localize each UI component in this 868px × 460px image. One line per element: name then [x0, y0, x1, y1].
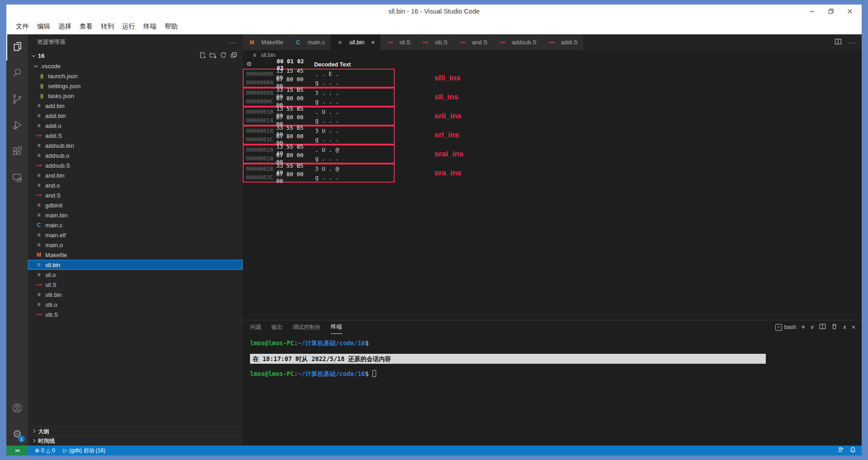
- timeline-section[interactable]: 时间线: [28, 436, 243, 446]
- file-row-and.S[interactable]: ASMand.S: [28, 190, 243, 200]
- feedback-icon[interactable]: [837, 446, 844, 455]
- file-row-tasks.json[interactable]: {}tasks.json: [28, 91, 243, 101]
- activity-extensions[interactable]: [6, 139, 28, 165]
- split-editor-button[interactable]: [835, 38, 842, 47]
- file-row-slti.bin[interactable]: ≡slti.bin: [28, 290, 243, 300]
- activity-settings[interactable]: ⚙ 1: [6, 422, 28, 446]
- outline-section[interactable]: 大纲: [28, 427, 243, 436]
- maximize-panel-button[interactable]: ∧: [843, 324, 847, 330]
- activity-accounts[interactable]: [6, 396, 28, 422]
- activity-remote-explorer[interactable]: [6, 165, 28, 192]
- file-row-main.c[interactable]: Cmain.c: [28, 220, 243, 230]
- hex-settings-gear-icon[interactable]: ⚙: [246, 61, 252, 67]
- panel-tab-终端[interactable]: 终端: [331, 320, 342, 334]
- title-bar: sll.bin - 16 - Visual Studio Code: [6, 5, 862, 18]
- close-tab-button[interactable]: ×: [371, 39, 375, 46]
- file-row-launch.json[interactable]: {}launch.json: [28, 71, 243, 81]
- hex-highlight-box: 0000002833 55 B5 403 U . @0000002C67 80 …: [243, 164, 395, 183]
- new-folder-button[interactable]: [209, 52, 217, 60]
- hex-row[interactable]: 0000002467 80 00 00g . . .: [244, 154, 394, 163]
- panel-tab-问题[interactable]: 问题: [250, 320, 261, 334]
- file-row-sll.bin[interactable]: ≡sll.bin: [28, 260, 243, 270]
- file-row-.vscode[interactable]: .vscode: [28, 61, 243, 71]
- menu-item[interactable]: 编辑: [33, 20, 54, 33]
- file-row-addsub.bin[interactable]: ≡addsub.bin: [28, 141, 243, 150]
- menu-item[interactable]: 终端: [139, 20, 160, 33]
- file-row-and.bin[interactable]: ≡and.bin: [28, 170, 243, 180]
- hex-row[interactable]: 0000001467 80 00 00g . . .: [244, 116, 394, 125]
- file-row-addsub.S[interactable]: ASMaddsub.S: [28, 160, 243, 170]
- close-button[interactable]: [846, 8, 854, 15]
- more-actions-button[interactable]: ···: [847, 38, 855, 46]
- menu-item[interactable]: 帮助: [160, 20, 182, 33]
- activity-explorer[interactable]: [6, 34, 28, 61]
- collapse-all-button[interactable]: [230, 52, 237, 60]
- file-row-gdbinit[interactable]: ≡gdbinit: [28, 200, 243, 210]
- close-panel-button[interactable]: ×: [852, 324, 855, 331]
- window-controls: [808, 5, 857, 18]
- activity-run-debug[interactable]: [6, 113, 28, 139]
- bin-file-icon: ≡: [35, 152, 42, 159]
- split-terminal-button[interactable]: [819, 323, 826, 332]
- file-row-addi.bin[interactable]: ≡addi.bin: [28, 111, 243, 121]
- notifications-bell-icon[interactable]: [849, 446, 856, 455]
- breadcrumb[interactable]: ≡ sll.bin: [243, 50, 862, 60]
- menu-item[interactable]: 转到: [97, 20, 118, 33]
- shell-selector[interactable]: > bash: [775, 324, 796, 331]
- debug-status[interactable]: ▷ (gdb) 启动 (16): [62, 446, 107, 455]
- menu-item[interactable]: 运行: [118, 20, 139, 33]
- file-row-addsub.o[interactable]: ≡addsub.o: [28, 150, 243, 160]
- minimize-button[interactable]: [808, 8, 816, 15]
- file-row-add.bin[interactable]: ≡add.bin: [28, 101, 243, 111]
- tab-slti.S[interactable]: ASMslti.S: [416, 34, 453, 50]
- menu-item[interactable]: 选择: [54, 20, 75, 33]
- file-row-slti.o[interactable]: ≡slti.o: [28, 300, 243, 310]
- kill-terminal-button[interactable]: [831, 323, 838, 332]
- file-row-main.o[interactable]: ≡main.o: [28, 240, 243, 250]
- file-row-sll.S[interactable]: ASMsll.S: [28, 280, 243, 290]
- remote-indicator[interactable]: ><: [6, 446, 28, 455]
- activity-source-control[interactable]: [6, 87, 28, 113]
- hex-row[interactable]: 0000001C67 80 00 00g . . .: [244, 135, 394, 144]
- terminal[interactable]: lmos@lmos-PC:~/计算机基础/code/16$ 在 18:17:07…: [243, 334, 862, 446]
- file-row-main.elf[interactable]: ≡main.elf: [28, 230, 243, 240]
- hex-row[interactable]: 0000000C67 80 00 00g . . .: [244, 97, 394, 106]
- menu-item[interactable]: 查看: [75, 20, 97, 33]
- tab-sll.S[interactable]: ASMsll.S: [381, 34, 416, 50]
- panel-tab-输出[interactable]: 输出: [271, 320, 283, 334]
- file-row-addi.o[interactable]: ≡addi.o: [28, 121, 243, 131]
- tab-Makefile[interactable]: MMakefile: [243, 34, 289, 50]
- tab-addi.S[interactable]: ASMaddi.S: [542, 34, 584, 50]
- hex-row[interactable]: 0000002C67 80 00 00g . . .: [244, 173, 394, 182]
- tab-main.c[interactable]: Cmain.c: [289, 34, 330, 50]
- hex-row[interactable]: 0000000013 15 45 00. . E .: [244, 70, 394, 78]
- hex-row[interactable]: 0000001833 55 B5 003 U . .: [244, 127, 394, 135]
- file-row-Makefile[interactable]: MMakefile: [28, 250, 243, 260]
- tab-addsub.S[interactable]: ASMaddsub.S: [493, 34, 542, 50]
- terminal-dropdown-button[interactable]: ∨: [810, 324, 814, 330]
- hex-row[interactable]: 0000002013 55 85 40. U . @: [244, 146, 394, 154]
- menu-item[interactable]: 文件: [12, 20, 33, 33]
- hex-row[interactable]: 0000000833 15 B5 003 . . .: [244, 89, 394, 97]
- folder-section-header[interactable]: 16: [28, 50, 243, 61]
- file-row-settings.json[interactable]: {}settings.json: [28, 81, 243, 91]
- hex-row[interactable]: 0000002833 55 B5 403 U . @: [244, 164, 394, 173]
- new-terminal-button[interactable]: +: [801, 323, 805, 331]
- activity-search[interactable]: [6, 61, 28, 87]
- file-row-slti.S[interactable]: ASMslti.S: [28, 310, 243, 319]
- hex-row[interactable]: 0000001013 55 85 00. U . .: [244, 108, 394, 116]
- new-file-button[interactable]: [199, 52, 206, 60]
- explorer-more-actions[interactable]: ···: [228, 38, 236, 46]
- refresh-button[interactable]: [220, 52, 227, 60]
- file-row-main.bin[interactable]: ≡main.bin: [28, 210, 243, 220]
- hex-row[interactable]: 0000000467 80 00 00g . . .: [244, 78, 394, 87]
- problems-status[interactable]: ⊗ 0 △ 0: [33, 446, 57, 455]
- maximize-button[interactable]: [827, 8, 835, 15]
- tab-and.S[interactable]: ASMand.S: [453, 34, 493, 50]
- file-row-sll.o[interactable]: ≡sll.o: [28, 270, 243, 280]
- panel-tab-调试控制台[interactable]: 调试控制台: [292, 320, 321, 334]
- file-row-and.o[interactable]: ≡and.o: [28, 180, 243, 190]
- file-row-addi.S[interactable]: ASMaddi.S: [28, 131, 243, 141]
- tab-sll.bin[interactable]: ≡sll.bin×: [331, 34, 381, 50]
- makefile-file-icon: M: [35, 252, 42, 258]
